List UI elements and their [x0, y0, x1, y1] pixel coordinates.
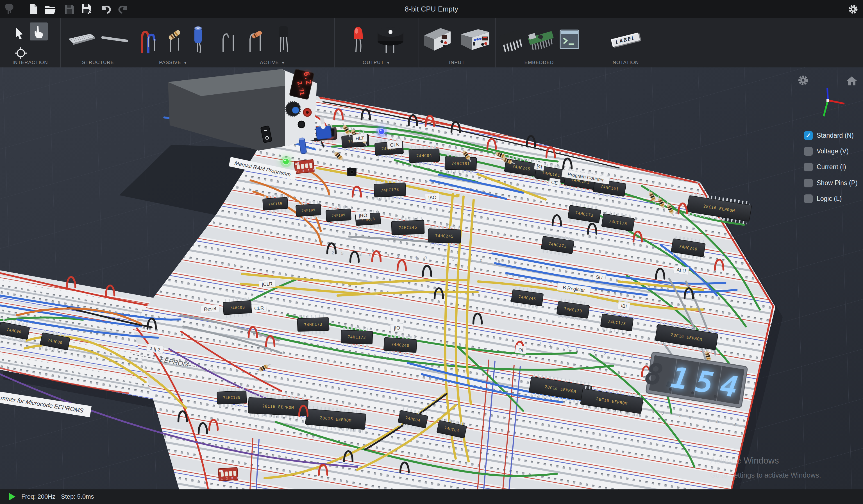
signal-tag-text: CE	[551, 179, 558, 186]
signal-tag-text: |IO	[393, 325, 400, 331]
toolbar-group-passive: PASSIVE▼	[136, 18, 211, 68]
dip-switch[interactable]: ON1 2 3 4	[294, 159, 316, 174]
group-label-active: ACTIVE	[260, 60, 279, 65]
play-button[interactable]	[9, 492, 16, 501]
led[interactable]	[280, 156, 291, 167]
scene-3d-viewport[interactable]: 25 30 35 40 45 50 55 10 15 20 25 30 35 4…	[0, 67, 863, 489]
group-label-structure: STRUCTURE	[60, 60, 136, 65]
signal-tag[interactable]: CLK	[387, 140, 402, 149]
ic-chip-label: 74HC173	[348, 335, 366, 340]
settings-gear-icon[interactable]	[848, 4, 859, 15]
push-button[interactable]	[347, 168, 356, 176]
transistor-component-button[interactable]	[271, 23, 296, 56]
signal-tag[interactable]: |RO	[356, 211, 370, 219]
signal-tag-text: |RO	[359, 213, 367, 218]
signal-tag[interactable]: |IO	[390, 323, 404, 332]
ic-chip[interactable]: 74HC245	[391, 218, 424, 237]
signal-tag-text: [4]	[536, 164, 542, 170]
ic-chip-label: 74HC173	[381, 187, 399, 192]
microcontroller-component-button[interactable]	[526, 23, 556, 56]
dropdown-arrow-icon[interactable]: ▼	[387, 61, 390, 65]
signal-tag[interactable]: CLR	[251, 304, 266, 312]
dip-on-label: ON	[295, 162, 299, 165]
resistor-component-button[interactable]	[163, 23, 186, 56]
group-label-embedded: EMBEDDED	[495, 60, 583, 65]
label-component-button[interactable]: LABEL	[608, 23, 644, 56]
jumper-wires-component-button[interactable]	[137, 23, 162, 56]
bench-supply-component-button[interactable]	[458, 23, 492, 56]
hand-tool-button[interactable]	[30, 23, 48, 40]
ic-chip-label: 74HC173	[304, 322, 323, 327]
signal-diode-component-button[interactable]	[244, 23, 268, 56]
power-supply-component-button[interactable]	[422, 23, 456, 56]
signal-tag[interactable]: HLT	[352, 134, 367, 142]
toolbar-group-active: ACTIVE▼	[211, 18, 335, 68]
terminal-component-button[interactable]	[558, 23, 581, 56]
ic-chip-label: 74HC245	[435, 234, 454, 239]
ic-chip-component-button[interactable]	[497, 23, 525, 56]
signal-tag-text: HLT	[355, 135, 364, 141]
dip-switch[interactable]: ON1 2 3 4	[218, 467, 240, 481]
ic-chip-label: 74HC04	[416, 153, 432, 158]
signal-tag-text: |CLR	[262, 281, 273, 287]
title-bar: 8-bit CPU Empty	[0, 0, 863, 18]
checkbox-box[interactable]	[804, 179, 813, 187]
diode-component-button[interactable]	[217, 23, 241, 56]
ic-chip[interactable]: 74HC245	[428, 227, 461, 245]
toolbar-group-embedded: EMBEDDED	[495, 18, 583, 68]
psu-negative-post[interactable]	[298, 121, 305, 128]
checkbox-logic[interactable]: Logic (L)	[804, 194, 842, 203]
ic-chip[interactable]: 74HC173	[341, 328, 373, 346]
toolbar-group-input: INPUT	[418, 18, 496, 68]
signal-tag[interactable]: CE	[549, 178, 561, 187]
signal-tag[interactable]: Reset	[201, 304, 220, 313]
checkbox-show-pins[interactable]: Show Pins (P)	[804, 179, 858, 187]
signal-tag[interactable]: DI	[515, 345, 526, 354]
checkbox-box[interactable]	[804, 131, 813, 140]
group-label-passive: PASSIVE	[159, 60, 181, 65]
capacitor-component-button[interactable]	[187, 23, 210, 56]
ic-chip[interactable]: 74HC161	[445, 155, 477, 172]
dropdown-arrow-icon[interactable]: ▼	[282, 61, 285, 65]
signal-tag-text: CLR	[254, 305, 264, 311]
signal-tag[interactable]: IBI	[617, 301, 630, 311]
signal-tag[interactable]: SU	[592, 273, 606, 282]
checkbox-box[interactable]	[804, 194, 813, 203]
cursor-tool-button[interactable]	[11, 24, 29, 42]
viewport-settings-gear-icon[interactable]	[800, 77, 806, 84]
signal-tag[interactable]: [4]	[534, 162, 545, 171]
group-label-output: OUTPUT	[363, 60, 384, 65]
toolbar-group-interaction: INTERACTION	[0, 18, 61, 68]
checkbox-box[interactable]	[804, 147, 813, 156]
buzzer-component-button[interactable]	[375, 23, 406, 56]
rod-component-button[interactable]	[100, 23, 129, 56]
dropdown-arrow-icon[interactable]: ▼	[184, 61, 187, 65]
window-title: 8-bit CPU Empty	[0, 5, 863, 13]
checkbox-label: Show Pins (P)	[817, 179, 858, 187]
signal-tag-text: |AO	[428, 195, 437, 201]
signal-tag[interactable]: |AO	[425, 193, 440, 201]
toolbar-group-structure: STRUCTURE	[60, 18, 136, 68]
ic-chip[interactable]: 74HC138	[217, 389, 247, 406]
checkbox-current[interactable]: Current (I)	[804, 163, 846, 172]
led-component-button[interactable]	[347, 23, 370, 56]
signal-tag[interactable]: |CLR	[259, 279, 276, 288]
checkbox-standard[interactable]: Standard (N)	[804, 131, 854, 140]
ic-chip-label: 74HC161	[451, 161, 470, 166]
ic-chip[interactable]: 74HC04	[409, 147, 440, 164]
signal-tag-text: Reset	[204, 306, 216, 312]
toolbar-group-notation: LABEL NOTATION	[583, 18, 668, 68]
checkbox-label: Logic (L)	[817, 195, 842, 203]
checkbox-label: Voltage (V)	[817, 148, 849, 155]
orbit-tool-button[interactable]	[12, 44, 30, 62]
dip-on-label: ON	[219, 469, 223, 473]
ic-chip-label: 74HC245	[399, 225, 417, 230]
breadboard-component-button[interactable]	[67, 23, 96, 56]
led[interactable]	[376, 126, 387, 137]
ic-chip[interactable]: 74HC173	[297, 316, 329, 333]
frequency-readout: Freq: 200Hz	[21, 493, 55, 500]
group-label-input: INPUT	[418, 60, 495, 65]
ic-chip-label: 74HC138	[223, 395, 240, 400]
checkbox-voltage[interactable]: Voltage (V)	[804, 147, 849, 156]
checkbox-box[interactable]	[804, 163, 813, 172]
